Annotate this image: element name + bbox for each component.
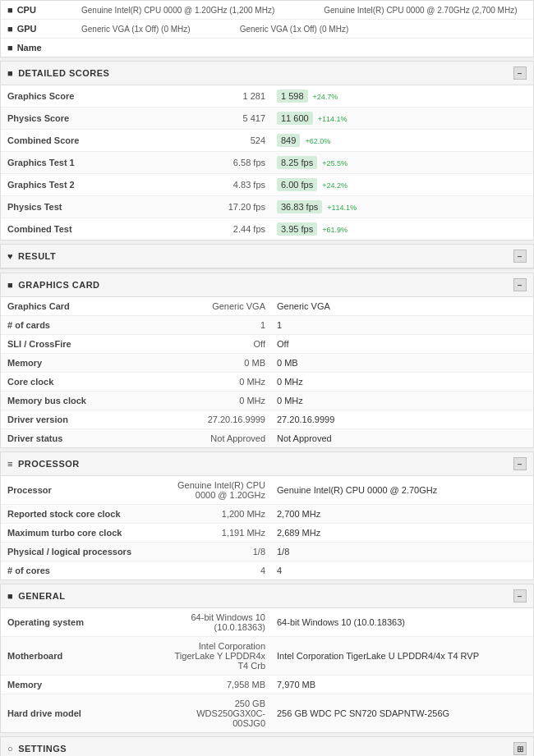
row-label: # of cores <box>1 561 165 580</box>
processor-icon: ≡ <box>7 459 13 469</box>
row-label: Graphics Test 2 <box>1 174 165 196</box>
row-label: Reported stock core clock <box>1 505 165 524</box>
cpu-label: ■ CPU <box>7 5 81 15</box>
row-label: Physics Score <box>1 108 165 130</box>
detailed-scores-header: ■ DETAILED SCORES − <box>1 62 533 85</box>
delta-badge: +114.1% <box>327 204 357 212</box>
detailed-scores-section: ■ DETAILED SCORES − Graphics Score 1 281… <box>0 61 534 241</box>
processor-collapse[interactable]: − <box>513 457 527 470</box>
row-label: Physics Test <box>1 196 165 218</box>
graphics-card-collapse[interactable]: − <box>513 278 527 291</box>
row-baseline: 1,191 MHz <box>165 524 272 543</box>
row-result: Not Approved <box>272 429 533 448</box>
row-label: Hard drive model <box>1 694 165 733</box>
table-row: Core clock 0 MHz 0 MHz <box>1 373 533 392</box>
result-value: 849 <box>277 134 300 147</box>
row-baseline: 6.58 fps <box>165 152 272 174</box>
row-result: 36.83 fps +114.1% <box>272 196 533 218</box>
row-result: 2,689 MHz <box>272 524 533 543</box>
row-baseline: 1 <box>165 316 272 335</box>
row-baseline: Genuine Intel(R) CPU 0000 @ 1.20GHz <box>165 476 272 505</box>
result-value: 6.00 fps <box>277 178 317 191</box>
result-value: 36.83 fps <box>277 200 322 213</box>
settings-section: ○ SETTINGS ⊞ <box>0 736 534 756</box>
row-result: 0 MB <box>272 354 533 373</box>
processor-table: Processor Genuine Intel(R) CPU 0000 @ 1.… <box>1 476 533 580</box>
row-label: Memory bus clock <box>1 392 165 410</box>
settings-collapse[interactable]: ⊞ <box>513 742 527 755</box>
name-row: ■ Name <box>1 39 533 57</box>
detailed-scores-collapse[interactable]: − <box>513 66 527 80</box>
row-result: 1 <box>272 316 533 335</box>
name-label: ■ Name <box>7 43 81 53</box>
result-value: 1 598 <box>277 89 308 103</box>
table-row: Motherboard Intel Corporation TigerLake … <box>1 637 533 676</box>
result-collapse[interactable]: − <box>513 250 527 263</box>
row-baseline: 4.83 fps <box>165 174 272 196</box>
row-label: SLI / CrossFire <box>1 335 165 354</box>
general-header-left: ■ GENERAL <box>7 591 65 601</box>
row-result: 4 <box>272 561 533 580</box>
table-row: Physics Score 5 417 11 600 +114.1% <box>1 108 533 130</box>
delta-badge: +61.9% <box>322 226 348 234</box>
row-result: 27.20.16.9999 <box>272 410 533 429</box>
detailed-scores-header-left: ■ DETAILED SCORES <box>7 68 109 78</box>
row-baseline: Intel Corporation TigerLake Y LPDDR4x T4… <box>165 637 272 676</box>
row-baseline: 17.20 fps <box>165 196 272 218</box>
row-label: # of cards <box>1 316 165 335</box>
row-baseline: Generic VGA <box>165 297 272 316</box>
gpu-values: Generic VGA (1x Off) (0 MHz) Generic VGA… <box>81 25 348 34</box>
graphics-card-table: Graphics Card Generic VGA Generic VGA # … <box>1 297 533 447</box>
table-row: Memory 7,958 MB 7,970 MB <box>1 676 533 694</box>
row-baseline: 64-bit Windows 10 (10.0.18363) <box>165 608 272 637</box>
processor-section: ≡ PROCESSOR − Processor Genuine Intel(R)… <box>0 451 534 580</box>
row-label: Motherboard <box>1 637 165 676</box>
detailed-scores-table: Graphics Score 1 281 1 598 +24.7% Physic… <box>1 85 533 240</box>
table-row: Memory 0 MB 0 MB <box>1 354 533 373</box>
row-result: 849 +62.0% <box>272 130 533 152</box>
row-result: 1/8 <box>272 543 533 561</box>
gpu-label: ■ GPU <box>7 24 81 34</box>
general-collapse[interactable]: − <box>513 589 527 603</box>
row-result: 2,700 MHz <box>272 505 533 524</box>
graphics-card-header: ■ GRAPHICS CARD − <box>1 273 533 297</box>
table-row: Graphics Card Generic VGA Generic VGA <box>1 297 533 316</box>
detailed-scores-icon: ■ <box>7 68 13 78</box>
row-baseline: 27.20.16.9999 <box>165 410 272 429</box>
delta-badge: +114.1% <box>318 115 348 123</box>
result-value: 3.95 fps <box>277 222 317 236</box>
row-baseline: 5 417 <box>165 108 272 130</box>
row-baseline: 1,200 MHz <box>165 505 272 524</box>
row-baseline: Off <box>165 335 272 354</box>
result-icon: ♥ <box>7 251 13 261</box>
general-table: Operating system 64-bit Windows 10 (10.0… <box>1 608 533 732</box>
general-section: ■ GENERAL − Operating system 64-bit Wind… <box>0 584 534 733</box>
gpu-row: ■ GPU Generic VGA (1x Off) (0 MHz) Gener… <box>1 20 533 39</box>
result-header: ♥ RESULT − <box>1 245 533 268</box>
processor-header-left: ≡ PROCESSOR <box>7 459 80 469</box>
table-row: Graphics Test 2 4.83 fps 6.00 fps +24.2% <box>1 174 533 196</box>
gpu-icon: ■ <box>7 24 13 34</box>
row-label: Core clock <box>1 373 165 392</box>
row-baseline: 1 281 <box>165 85 272 108</box>
row-baseline: 0 MHz <box>165 373 272 392</box>
row-label: Driver status <box>1 429 165 448</box>
table-row: Graphics Test 1 6.58 fps 8.25 fps +25.5% <box>1 152 533 174</box>
result-value: 11 600 <box>277 112 313 125</box>
row-baseline: 250 GB WDS250G3X0C-00SJG0 <box>165 694 272 733</box>
table-row: Operating system 64-bit Windows 10 (10.0… <box>1 608 533 637</box>
result-header-left: ♥ RESULT <box>7 251 56 261</box>
settings-icon: ○ <box>7 744 13 754</box>
cpu-values: Genuine Intel(R) CPU 0000 @ 1.20GHz (1,2… <box>81 6 518 15</box>
settings-header-left: ○ SETTINGS <box>7 744 67 754</box>
row-result: 1 598 +24.7% <box>272 85 533 108</box>
row-result: 256 GB WDC PC SN720 SDAPNTW-256G <box>272 694 533 733</box>
table-row: Graphics Score 1 281 1 598 +24.7% <box>1 85 533 108</box>
row-label: Combined Score <box>1 130 165 152</box>
row-label: Driver version <box>1 410 165 429</box>
row-label: Memory <box>1 676 165 694</box>
row-baseline: 0 MHz <box>165 392 272 410</box>
table-row: SLI / CrossFire Off Off <box>1 335 533 354</box>
top-bar: ■ CPU Genuine Intel(R) CPU 0000 @ 1.20GH… <box>0 0 534 57</box>
table-row: Physics Test 17.20 fps 36.83 fps +114.1% <box>1 196 533 218</box>
